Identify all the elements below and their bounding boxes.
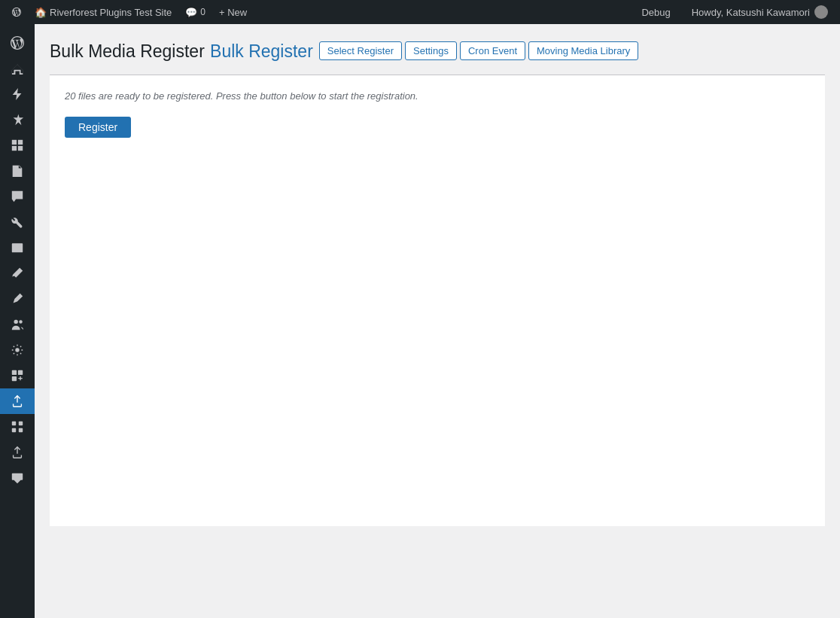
comments-link[interactable]: 💬 0 [179, 0, 212, 24]
new-label: + New [219, 7, 247, 18]
svg-point-6 [19, 320, 23, 324]
sidebar-item-tools[interactable] [0, 209, 35, 235]
settings-button[interactable]: Settings [405, 41, 457, 60]
comments-count: 0 [200, 7, 205, 17]
sidebar [0, 24, 35, 618]
admin-bar: 🏠 Riverforest Plugins Test Site 💬 0 + Ne… [0, 0, 840, 24]
page-header: Bulk Media Register Bulk Register Select… [50, 39, 825, 62]
svg-rect-14 [19, 428, 23, 432]
sidebar-item-appearance[interactable] [0, 260, 35, 286]
wp-logo-icon[interactable] [6, 0, 27, 24]
howdy-label: Howdy, Katsushi Kawamori [692, 7, 810, 18]
svg-rect-13 [12, 428, 16, 432]
content-area: 20 files are ready to be registered. Pre… [50, 75, 825, 526]
sidebar-item-pages[interactable] [0, 158, 35, 184]
sidebar-item-bulk-media-register[interactable] [0, 388, 35, 414]
svg-rect-10 [12, 376, 17, 381]
sidebar-item-email[interactable] [0, 235, 35, 260]
sidebar-item-updates[interactable] [0, 81, 35, 107]
svg-rect-12 [19, 422, 23, 425]
svg-rect-2 [12, 146, 17, 151]
main-content: Bulk Media Register Bulk Register Select… [35, 24, 840, 618]
sidebar-item-users[interactable] [0, 312, 35, 337]
notice-text: 20 files are ready to be registered. Pre… [65, 90, 810, 102]
svg-rect-1 [18, 140, 23, 145]
sidebar-item-dashboard[interactable] [0, 56, 35, 81]
header-buttons: Select Register Settings Cron Event Movi… [319, 41, 638, 60]
sidebar-item-export[interactable] [0, 440, 35, 465]
sidebar-item-add-block[interactable] [0, 363, 35, 388]
moving-media-library-button[interactable]: Moving Media Library [528, 41, 638, 60]
debug-link[interactable]: Debug [635, 0, 676, 24]
avatar [814, 5, 828, 19]
user-menu[interactable]: Howdy, Katsushi Kawamori [686, 0, 834, 24]
svg-rect-9 [18, 370, 23, 375]
svg-rect-3 [18, 146, 23, 151]
svg-rect-8 [12, 370, 17, 375]
page-title-main: Bulk Media Register [50, 41, 205, 61]
sidebar-item-grid[interactable] [0, 414, 35, 440]
sidebar-item-pin[interactable] [0, 107, 35, 132]
select-register-button[interactable]: Select Register [319, 41, 402, 60]
sidebar-item-wp[interactable] [0, 30, 35, 56]
svg-point-5 [14, 320, 18, 324]
home-icon: 🏠 [35, 7, 47, 18]
sidebar-item-feedback[interactable] [0, 465, 35, 491]
sidebar-item-plugins[interactable] [0, 132, 35, 158]
sidebar-item-settings[interactable] [0, 337, 35, 363]
cron-event-button[interactable]: Cron Event [460, 41, 525, 60]
sidebar-item-edit[interactable] [0, 286, 35, 312]
page-title-sub: Bulk Register [210, 41, 313, 61]
new-content-button[interactable]: + New [213, 0, 253, 24]
register-button[interactable]: Register [65, 117, 131, 138]
svg-point-7 [15, 348, 19, 352]
svg-rect-11 [12, 422, 16, 425]
layout: Bulk Media Register Bulk Register Select… [0, 0, 840, 618]
comment-icon: 💬 [185, 7, 197, 18]
svg-rect-0 [12, 140, 17, 145]
sidebar-item-comments[interactable] [0, 184, 35, 209]
debug-label: Debug [641, 7, 670, 18]
site-name: Riverforest Plugins Test Site [50, 7, 172, 18]
site-name-link[interactable]: 🏠 Riverforest Plugins Test Site [29, 0, 178, 24]
